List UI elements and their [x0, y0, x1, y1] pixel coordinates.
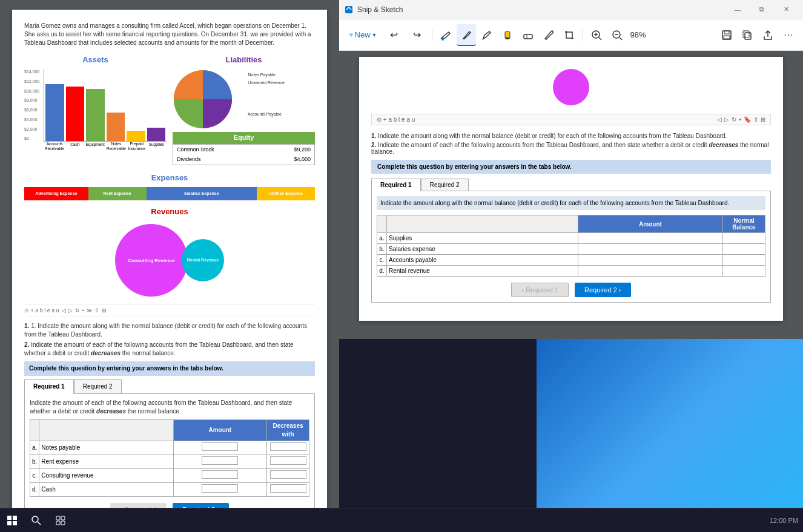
tableau-nav-share[interactable]: ⇧ [94, 307, 99, 315]
equity-value-div: $4,000 [294, 156, 311, 163]
tab-required1[interactable]: Required 1 [24, 379, 74, 394]
row-label-cash: Cash [39, 482, 173, 496]
svg-rect-5 [506, 38, 509, 39]
expenses-section: Expenses Advertising Expense Rent Expens… [24, 172, 315, 200]
expenses-title: Expenses [24, 172, 315, 183]
bar-cash [66, 87, 85, 141]
snip-nav-fwd[interactable]: ▷ [724, 116, 729, 123]
more-options-btn[interactable]: ⋯ [779, 24, 798, 46]
snip-cell-b-amount[interactable] [578, 244, 723, 255]
snip-cell-a-norm[interactable] [723, 233, 765, 244]
snip-cell-c-norm[interactable] [723, 255, 765, 266]
undo-button[interactable]: ↩ [383, 24, 405, 46]
pie-label-notespayable: Notes Payable [248, 72, 276, 78]
zoom-in-btn[interactable] [587, 24, 606, 46]
snip-cell-d-norm[interactable] [723, 266, 765, 277]
snip-tab-r1[interactable]: Required 1 [371, 179, 421, 191]
cell-input-d-amount[interactable] [173, 482, 266, 496]
snip-restore-btn[interactable]: ⧉ [750, 0, 774, 19]
svg-rect-20 [7, 516, 12, 520]
start-button[interactable] [0, 508, 24, 533]
snip-cell-b-norm[interactable] [723, 244, 765, 255]
cell-input-c-dec[interactable] [267, 468, 309, 482]
bar-label-eq: Equipment [86, 142, 105, 151]
liabilities-title: Liabilities [173, 54, 315, 65]
snip-tab-content-r1: Indicate the amount along with the norma… [371, 191, 771, 303]
tableau-nav-refresh[interactable]: ↻ [75, 307, 80, 315]
snip-minimize-btn[interactable]: — [725, 0, 750, 19]
touch-writing-btn[interactable] [436, 24, 455, 46]
snip-tableau-logo: ⊙ + a b l e a u [377, 116, 415, 123]
search-taskbar-btn[interactable] [24, 508, 48, 533]
snip-tab-r2[interactable]: Required 2 [421, 179, 469, 191]
tableau-nav-more[interactable]: ≫ [87, 307, 92, 315]
snip-nav-bookmark[interactable]: 🔖 [744, 116, 751, 123]
snip-close-btn[interactable]: ✕ [774, 0, 798, 19]
table-row: b. Rent expense [30, 455, 309, 468]
equity-row-dividends: Dividends $4,000 [173, 154, 314, 165]
snip-nav-share[interactable]: ⇧ [753, 116, 758, 123]
highlighter-btn[interactable] [498, 24, 517, 46]
bar-equipment [86, 89, 105, 141]
ballpoint-pen-btn[interactable] [457, 24, 476, 46]
pie-chart: Notes Payable Unearned Revenue Accounts … [173, 69, 233, 130]
equity-label-cs: Common Stock [177, 146, 214, 154]
svg-rect-19 [743, 31, 749, 38]
table-row: c. Consulting revenue [30, 468, 309, 482]
share-btn[interactable] [758, 24, 778, 46]
new-button-group[interactable]: + New ▼ [344, 24, 382, 46]
snip-nav-back[interactable]: ◁ [717, 116, 722, 123]
svg-rect-23 [13, 521, 17, 525]
pencil-btn[interactable] [477, 24, 497, 46]
cell-input-c-amount[interactable] [173, 468, 266, 482]
document-viewer: Maria Gomez owns and manages a consultin… [0, 0, 339, 532]
snip-title: Snip & Sketch [354, 5, 725, 14]
bar-label-nr: NotesReceivable [107, 142, 126, 151]
cell-input-a-dec[interactable] [267, 441, 309, 455]
equity-content: Common Stock $9,200 Dividends $4,000 [173, 144, 315, 165]
snip-nav-grid[interactable]: ⊞ [761, 116, 765, 123]
snip-next-button[interactable]: Required 2 › [575, 283, 631, 297]
zoom-out-btn[interactable] [607, 24, 627, 46]
svg-marker-3 [483, 31, 491, 39]
svg-point-2 [441, 38, 444, 41]
divider2 [583, 28, 583, 42]
bar-label-ar: AccountsReceivable [45, 142, 64, 151]
tableau-nav-arrow-fwd[interactable]: ▷ [68, 307, 73, 315]
snip-nav-refresh[interactable]: ↻ [732, 116, 736, 123]
cell-input-b-dec[interactable] [267, 455, 309, 468]
pen-btn[interactable] [539, 24, 558, 46]
bar-prepaid-insurance [127, 131, 145, 141]
snip-prev-button[interactable]: ‹ Required 1 [511, 283, 569, 297]
revenues-circles: Consulting Revenue Rental Revenue [24, 221, 315, 300]
new-icon: + [349, 30, 354, 39]
snip-cell-a-amount[interactable] [578, 233, 723, 244]
assets-title: Assets [24, 54, 167, 65]
eraser-btn[interactable] [518, 24, 538, 46]
snip-cell-d-amount[interactable] [578, 266, 723, 277]
tab-required2[interactable]: Required 2 [74, 379, 122, 394]
save-btn[interactable] [717, 24, 736, 46]
cell-input-d-dec[interactable] [267, 482, 309, 496]
snip-row-c: c. [377, 255, 387, 266]
snip-cell-c-amount[interactable] [578, 255, 723, 266]
question-text: 1. 1. Indicate the amount along with the… [24, 322, 315, 358]
tableau-nav-arrow-back[interactable]: ◁ [62, 307, 66, 315]
cell-input-a-amount[interactable] [173, 441, 266, 455]
cell-input-b-amount[interactable] [173, 455, 266, 468]
redo-button[interactable]: ↪ [406, 24, 428, 46]
th-account [39, 419, 173, 441]
svg-line-14 [620, 38, 622, 40]
new-dropdown-arrow: ▼ [372, 32, 377, 38]
crop-btn[interactable] [560, 24, 579, 46]
expenses-advertising: Advertising Expense [24, 187, 88, 200]
tableau-nav-grid[interactable]: ⊞ [102, 307, 107, 315]
snip-th-amount: Amount [578, 215, 723, 233]
bar-label-pi: PrepaidInsurance [128, 142, 146, 151]
svg-line-25 [38, 522, 41, 525]
answer-table-2: Amount Decreases with a. Notes payable b [30, 419, 309, 497]
snip-table-row: d. Rental revenue [377, 266, 765, 277]
taskview-btn[interactable] [48, 508, 73, 533]
equity-value-cs: $9,200 [294, 146, 311, 154]
copy-btn[interactable] [738, 24, 757, 46]
